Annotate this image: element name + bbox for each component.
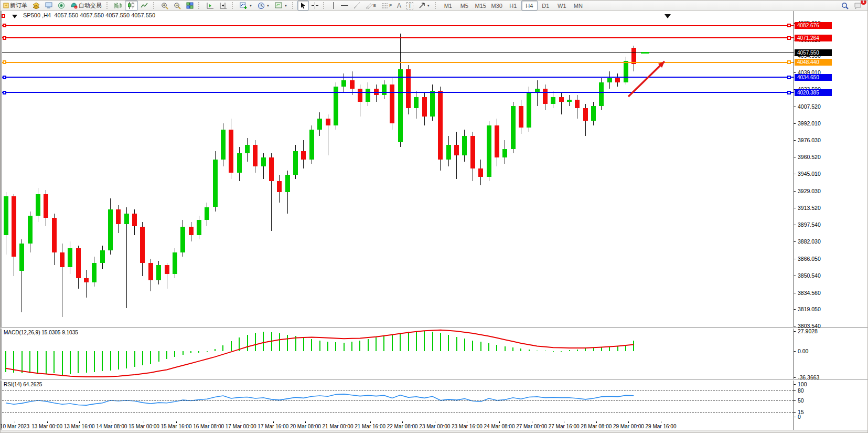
candle-body [599,82,604,106]
zoom-in-button[interactable] [158,1,171,10]
toolbar-grip [323,2,327,9]
candle-body [28,216,33,244]
dropdown-icon[interactable]: ▼ [266,4,270,7]
title-line-handle[interactable] [2,14,5,18]
tf-m30-button[interactable]: M30 [489,1,505,10]
toolbar-grip [198,2,202,9]
candle-body [156,265,161,280]
tf-m1-button[interactable]: M1 [440,1,456,10]
tf-m15-button[interactable]: M15 [473,1,489,10]
candle-body [124,214,129,225]
zoom-out-button[interactable] [171,1,184,10]
line-handle[interactable] [3,76,6,79]
auto-trading-button[interactable]: 自动交易 [68,1,104,10]
cursor-icon [300,2,306,9]
candle-body [68,248,72,268]
auto-trading-icon [70,2,78,9]
tf-mn-button[interactable]: MN [570,1,586,10]
navigator-button[interactable] [55,1,68,10]
cursor-tool-button[interactable] [297,1,309,10]
tile-windows-button[interactable] [184,1,196,10]
rsi-level-line [2,412,794,413]
candle-body [221,130,226,160]
horizontal-line-object[interactable] [2,37,794,38]
price-line-badge: 4071.264 [795,35,832,41]
indicators-button[interactable]: ▼ [237,1,255,10]
line-handle[interactable] [787,60,791,64]
macd-signal-line [6,330,634,377]
fibo-letter: F [389,3,392,8]
candle-body [519,106,523,128]
vertical-line-tool[interactable] [328,1,338,10]
tf-m5-button[interactable]: M5 [456,1,473,10]
price-line-badge: 4057.550 [795,49,832,56]
trendline-tool[interactable] [351,1,363,10]
line-chart-button[interactable] [138,1,151,10]
tf-h4-button[interactable]: H4 [521,1,538,10]
candle-body [189,227,194,235]
candle-body [140,227,145,263]
line-handle[interactable] [3,60,6,64]
candle-body [454,145,459,156]
candle-body [19,244,24,270]
candle-body [301,151,306,160]
chart-layer: 4085.0104069.5204054.5504039.0104023.500… [1,10,868,433]
horizontal-line-tool[interactable] [338,1,351,10]
vertical-line-icon [331,2,336,9]
line-handle[interactable] [787,24,791,27]
line-handle[interactable] [787,91,791,94]
search-button[interactable] [839,1,851,10]
line-chart-icon [141,2,148,9]
dropdown-icon[interactable]: ▼ [249,4,252,7]
current-price-tick [641,52,649,54]
new-order-button[interactable]: 新订单 [1,1,30,10]
candle-body [180,227,185,252]
candle-body [253,145,258,166]
line-handle[interactable] [787,36,791,40]
templates-button[interactable]: ▼ [272,1,290,10]
price-line-badge: 4048.440 [795,59,832,66]
candle-body [390,85,394,123]
candlestick-chart-button[interactable] [125,1,138,10]
line-handle[interactable] [787,76,791,79]
tf-d1-button[interactable]: D1 [538,1,554,10]
channel-letter: E [373,3,376,8]
candle-wick [561,93,562,114]
horizontal-line-object[interactable] [2,25,794,26]
periods-button[interactable]: ▼ [255,1,272,10]
toolbar-grip [232,2,235,9]
dropdown-icon[interactable]: ▼ [427,4,430,7]
candle-body [100,250,105,263]
line-handle[interactable] [3,91,6,94]
channel-tool[interactable]: E [363,1,379,10]
market-watch-icon [45,2,52,9]
horizontal-line-object[interactable] [2,52,794,53]
fibonacci-tool[interactable]: F [379,1,394,10]
candle-body [277,181,282,192]
label-tool[interactable]: T [404,1,416,10]
line-handle[interactable] [3,36,6,40]
horizontal-line-object[interactable] [2,77,794,78]
candle-body [12,196,16,257]
horizontal-line-object[interactable] [2,92,794,93]
auto-scroll-button[interactable] [203,1,217,10]
text-tool[interactable]: A [394,1,404,10]
trading-platform-window: 新订单 自动交易 [0,0,868,433]
bar-chart-button[interactable] [112,1,125,10]
market-watch-button[interactable] [42,1,55,10]
candle-body [245,145,250,153]
auto-trading-label: 自动交易 [79,2,102,9]
line-handle[interactable] [3,24,6,27]
notifications-button[interactable]: 1 [851,1,864,10]
candle-body [293,151,298,175]
arrows-tool[interactable]: ▼ [416,1,433,10]
tf-h1-button[interactable]: H1 [505,1,521,10]
charts-profile-button[interactable] [30,1,42,10]
chart-title-ohlc: 4057.550 4057.550 4057.550 4057.550 [54,12,155,18]
price-line-badge: 4082.676 [795,22,832,29]
dropdown-icon[interactable]: ▼ [284,4,287,7]
horizontal-line-object[interactable] [2,62,794,63]
chart-shift-button[interactable] [217,1,230,10]
tf-w1-button[interactable]: W1 [554,1,570,10]
crosshair-tool-button[interactable] [309,1,321,10]
